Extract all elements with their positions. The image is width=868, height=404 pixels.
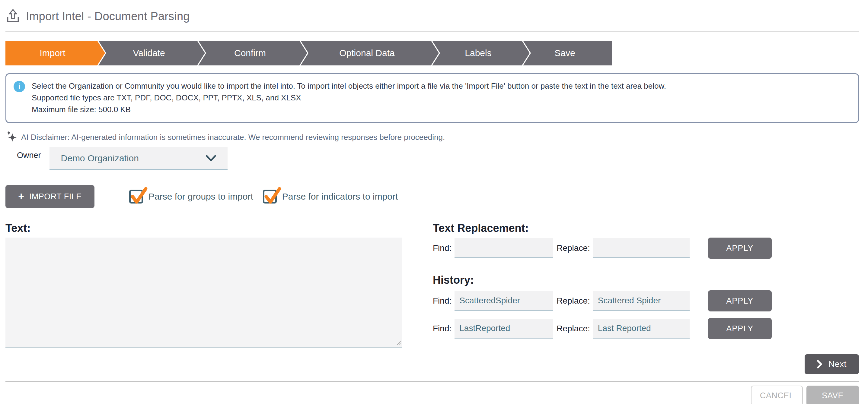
chevron-down-icon bbox=[206, 155, 216, 162]
replacement-row: Find: Replace: APPLY bbox=[433, 238, 859, 259]
replacement-column: Text Replacement: Find: Replace: APPLY H… bbox=[433, 222, 859, 348]
text-column: Text: bbox=[5, 222, 402, 348]
chevron-right-icon bbox=[817, 360, 823, 368]
history-find-input[interactable] bbox=[455, 291, 553, 311]
step-label: Optional Data bbox=[339, 48, 395, 58]
orange-checkmark-icon bbox=[130, 186, 148, 204]
history-row: Find: Replace: APPLY bbox=[433, 290, 859, 311]
step-labels[interactable]: Labels bbox=[432, 41, 530, 65]
checkbox-label: Parse for indicators to import bbox=[282, 192, 398, 202]
find-label: Find: bbox=[433, 296, 452, 306]
next-row: Next bbox=[5, 354, 859, 374]
checkbox-icon bbox=[263, 190, 277, 203]
info-callout: i Select the Organization or Community y… bbox=[5, 73, 859, 123]
text-heading: Text: bbox=[5, 222, 402, 235]
history-replace-input[interactable] bbox=[593, 291, 690, 311]
import-text-area[interactable] bbox=[5, 238, 402, 348]
checkbox-icon bbox=[129, 190, 143, 203]
replace-label: Replace: bbox=[557, 324, 590, 333]
step-label: Confirm bbox=[234, 48, 266, 58]
apply-button[interactable]: APPLY bbox=[708, 318, 772, 339]
step-label: Save bbox=[554, 48, 575, 58]
step-import[interactable]: Import bbox=[5, 41, 105, 65]
footer-actions: CANCEL SAVE bbox=[5, 385, 859, 404]
find-input[interactable] bbox=[455, 238, 553, 258]
owner-label: Owner bbox=[17, 151, 41, 160]
apply-button[interactable]: APPLY bbox=[708, 238, 772, 259]
wizard-stepbar: Import Validate Confirm Optional Data La… bbox=[5, 41, 859, 65]
parse-groups-checkbox[interactable]: Parse for groups to import bbox=[129, 190, 253, 203]
info-text: Select the Organization or Community you… bbox=[32, 80, 666, 115]
main-content: Text: Text Replacement: Find: Replace: A… bbox=[5, 222, 859, 348]
page-header: Import Intel - Document Parsing bbox=[5, 0, 859, 32]
info-line: Maximum file size: 500.0 KB bbox=[32, 104, 666, 115]
history-row: Find: Replace: APPLY bbox=[433, 318, 859, 339]
text-replacement-heading: Text Replacement: bbox=[433, 222, 859, 235]
info-icon: i bbox=[13, 81, 25, 92]
step-confirm[interactable]: Confirm bbox=[198, 41, 307, 65]
import-intel-page: Import Intel - Document Parsing Import V… bbox=[0, 0, 868, 404]
save-button[interactable]: SAVE bbox=[806, 385, 859, 404]
history-heading: History: bbox=[433, 274, 859, 287]
step-label: Labels bbox=[465, 48, 491, 58]
info-line: Select the Organization or Community you… bbox=[32, 80, 666, 92]
step-label: Import bbox=[39, 48, 65, 58]
upload-icon bbox=[5, 8, 21, 24]
step-save[interactable]: Save bbox=[523, 41, 612, 65]
history-find-input[interactable] bbox=[455, 319, 553, 339]
info-line: Supported file types are TXT, PDF, DOC, … bbox=[32, 92, 666, 104]
replace-input[interactable] bbox=[593, 238, 690, 258]
cancel-button[interactable]: CANCEL bbox=[751, 385, 803, 404]
owner-selected-value: Demo Organization bbox=[61, 153, 206, 163]
import-toolbar: + IMPORT FILE Parse for groups to import… bbox=[5, 185, 859, 208]
resize-handle-icon[interactable] bbox=[396, 340, 401, 345]
sparkle-icon bbox=[5, 130, 18, 144]
orange-checkmark-icon bbox=[264, 186, 281, 204]
footer-divider bbox=[5, 381, 859, 382]
history-replace-input[interactable] bbox=[593, 319, 690, 339]
next-label: Next bbox=[829, 359, 846, 369]
apply-button[interactable]: APPLY bbox=[708, 290, 772, 311]
plus-icon: + bbox=[18, 190, 24, 202]
import-file-label: IMPORT FILE bbox=[29, 192, 82, 201]
owner-select[interactable]: Demo Organization bbox=[50, 147, 227, 170]
step-label: Validate bbox=[133, 48, 165, 58]
replace-label: Replace: bbox=[557, 296, 590, 306]
replace-label: Replace: bbox=[557, 243, 590, 253]
import-file-button[interactable]: + IMPORT FILE bbox=[5, 185, 94, 208]
ai-disclaimer: AI Disclaimer: AI-generated information … bbox=[5, 130, 859, 144]
parse-indicators-checkbox[interactable]: Parse for indicators to import bbox=[263, 190, 398, 203]
text-area-wrapper bbox=[5, 238, 402, 348]
next-button[interactable]: Next bbox=[805, 354, 859, 374]
ai-disclaimer-text: AI Disclaimer: AI-generated information … bbox=[21, 133, 445, 142]
owner-row: Owner Demo Organization bbox=[5, 147, 859, 170]
step-validate[interactable]: Validate bbox=[98, 41, 205, 65]
checkbox-label: Parse for groups to import bbox=[149, 192, 253, 202]
find-label: Find: bbox=[433, 243, 452, 253]
step-optional-data[interactable]: Optional Data bbox=[301, 41, 439, 65]
find-label: Find: bbox=[433, 324, 452, 333]
page-title: Import Intel - Document Parsing bbox=[26, 10, 190, 23]
